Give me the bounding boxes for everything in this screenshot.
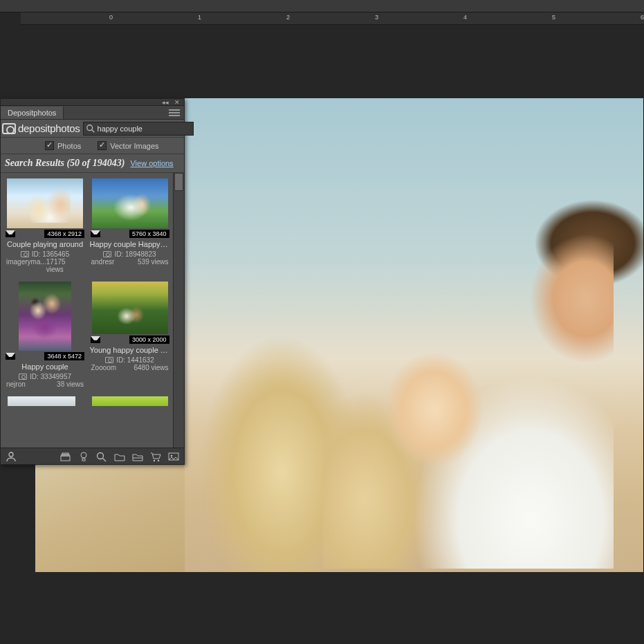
svg-point-11	[154, 459, 155, 461]
panel-tab-depositphotos[interactable]: Depositphotos	[1, 107, 64, 119]
image-icon[interactable]	[167, 451, 180, 462]
result-author: nejron	[6, 380, 26, 388]
result-card[interactable]: 3648 x 5472 Happy couple ID: 33349957 ne…	[3, 279, 86, 394]
canvas-image-partial	[35, 457, 185, 572]
dropdown-icon[interactable]	[6, 353, 15, 360]
camera-icon	[103, 251, 111, 257]
vector-images-checkbox[interactable]: Vector Images	[98, 141, 158, 150]
dropdown-icon[interactable]	[91, 336, 100, 343]
camera-icon	[21, 251, 29, 257]
checkbox-checked-icon	[45, 141, 54, 150]
result-title: Happy couple Happy co...	[89, 238, 172, 250]
camera-icon	[105, 357, 113, 363]
result-title: Happy couple	[3, 360, 86, 373]
ruler-tick-label: 3	[375, 14, 378, 21]
result-thumbnail[interactable]	[19, 282, 71, 351]
image-dimensions-badge: 3648 x 5472	[44, 352, 84, 360]
folder-icon[interactable]	[113, 451, 126, 462]
result-thumbnail[interactable]	[92, 396, 168, 406]
svg-point-8	[98, 452, 104, 459]
results-count-label: Search Results (50 of 194043)	[5, 158, 125, 169]
results-header: Search Results (50 of 194043) View optio…	[1, 154, 184, 173]
image-dimensions-badge: 5760 x 3840	[129, 230, 169, 238]
results-scrollbar[interactable]	[173, 173, 184, 448]
logo-text: depositphotos	[18, 122, 80, 134]
svg-rect-3	[61, 456, 70, 461]
result-thumbnail[interactable]	[7, 178, 83, 228]
result-title: Young happy couple ou...	[89, 344, 172, 356]
svg-point-6	[81, 452, 86, 458]
collapse-icon[interactable]: ◂◂	[162, 99, 169, 106]
result-card[interactable]: 4368 x 2912 Couple playing around ID: 13…	[3, 176, 86, 279]
result-id: ID: 33349957	[30, 373, 71, 380]
folder-icon[interactable]	[131, 451, 144, 462]
view-options-link[interactable]: View options	[130, 159, 173, 167]
filter-checkbox-row: Photos Vector Images	[1, 138, 184, 154]
logo-search-row: depositphotos	[1, 120, 184, 138]
result-title: Couple playing around	[3, 238, 86, 250]
cart-icon[interactable]	[149, 451, 162, 462]
magnifier-icon[interactable]	[95, 451, 108, 462]
results-grid[interactable]: 4368 x 2912 Couple playing around ID: 13…	[1, 173, 173, 448]
checkbox-checked-icon	[98, 141, 107, 150]
ruler-tick-label: 6	[641, 14, 644, 21]
result-thumbnail[interactable]	[8, 396, 75, 406]
dropdown-icon[interactable]	[6, 230, 15, 237]
folder-stack-icon[interactable]	[59, 451, 72, 462]
search-icon	[86, 124, 95, 134]
result-author: Zoooom	[91, 364, 117, 371]
canvas-image-content	[517, 195, 644, 313]
lightbulb-icon[interactable]	[77, 451, 90, 462]
result-card[interactable]: 5760 x 3840 Happy couple Happy co... ID:…	[89, 176, 172, 279]
user-icon[interactable]	[5, 451, 17, 462]
depositphotos-panel: ◂◂ ✕ Depositphotos depositphotos Photos …	[0, 98, 185, 465]
photos-checkbox[interactable]: Photos	[45, 141, 81, 150]
results-body: 4368 x 2912 Couple playing around ID: 13…	[1, 173, 184, 448]
search-field-wrapper[interactable]	[83, 122, 194, 136]
panel-tab-bar: Depositphotos	[1, 106, 184, 120]
panel-footer-toolbar	[1, 448, 184, 464]
result-id: ID: 1365465	[32, 250, 70, 258]
dropdown-icon[interactable]	[91, 230, 100, 237]
horizontal-ruler: 0 1 2 3 4 5 6	[21, 12, 644, 25]
svg-line-9	[103, 458, 107, 461]
svg-point-2	[9, 452, 13, 457]
result-views: 6480 views	[134, 364, 168, 371]
depositphotos-logo: depositphotos	[2, 122, 80, 134]
result-id: ID: 1441632	[116, 356, 154, 364]
ruler-tick-label: 1	[198, 14, 201, 21]
result-card[interactable]	[3, 394, 86, 412]
svg-point-12	[158, 459, 159, 461]
ruler-tick-label: 2	[286, 14, 290, 21]
scrollbar-thumb[interactable]	[174, 173, 183, 191]
ruler-tick-label: 5	[552, 14, 555, 21]
svg-rect-7	[82, 459, 85, 461]
result-views: 539 views	[138, 258, 168, 266]
ruler-tick-label: 0	[109, 14, 113, 21]
vector-images-checkbox-label: Vector Images	[110, 142, 158, 150]
result-card[interactable]	[89, 394, 172, 412]
result-views: 17175 views	[46, 258, 84, 273]
document-canvas[interactable]	[185, 98, 644, 572]
camera-icon	[19, 374, 27, 380]
image-dimensions-badge: 4368 x 2912	[44, 230, 84, 238]
result-thumbnail[interactable]	[92, 178, 168, 228]
panel-window-controls: ◂◂ ✕	[1, 99, 184, 106]
result-views: 38 views	[57, 380, 84, 388]
result-thumbnail[interactable]	[92, 282, 168, 334]
search-input[interactable]	[98, 125, 193, 133]
svg-rect-5	[62, 453, 68, 454]
result-author: andresr	[91, 258, 115, 266]
ruler-tick-label: 4	[463, 14, 467, 21]
svg-point-14	[171, 454, 173, 457]
result-author: imageryma...	[6, 258, 46, 273]
image-dimensions-badge: 3000 x 2000	[129, 335, 169, 344]
svg-point-0	[86, 125, 92, 130]
close-icon[interactable]: ✕	[174, 99, 180, 106]
panel-menu-icon[interactable]	[169, 109, 180, 116]
result-id: ID: 18948823	[114, 250, 156, 258]
result-card[interactable]: 3000 x 2000 Young happy couple ou... ID:…	[89, 279, 172, 394]
canvas-image-content	[199, 320, 406, 572]
photos-checkbox-label: Photos	[57, 142, 81, 150]
app-top-bar	[0, 0, 644, 12]
